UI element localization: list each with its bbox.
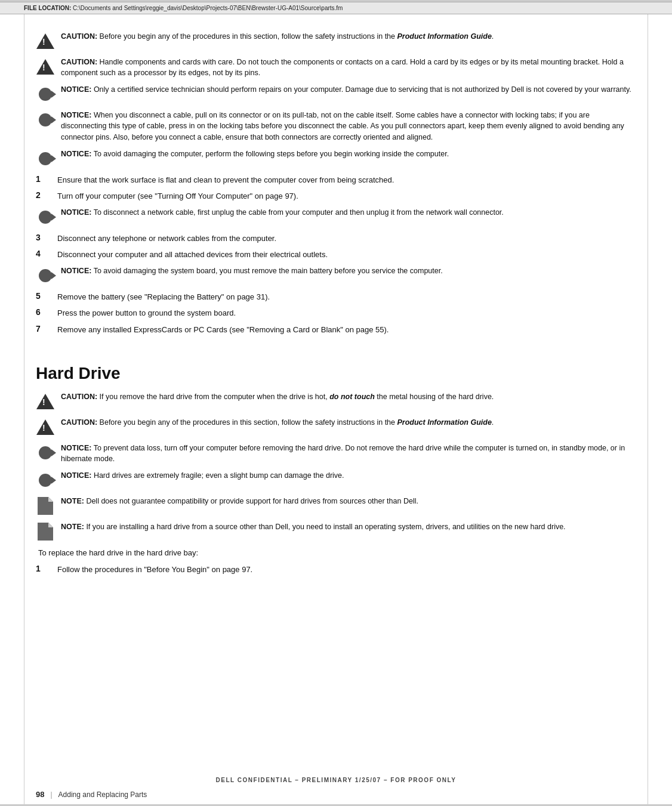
- caution-italic-1: Product Information Guide: [397, 32, 492, 41]
- step-text-4: Disconnect your computer and all attache…: [57, 249, 636, 261]
- hd-notice-text-1: NOTICE: To prevent data loss, turn off y…: [61, 443, 636, 464]
- caution-block-1: ! CAUTION: Before you begin any of the p…: [36, 31, 636, 51]
- step-6: 6 Press the power button to ground the s…: [36, 307, 636, 319]
- step-text-5: Remove the battery (see "Replacing the B…: [57, 291, 636, 303]
- hd-caution-italic-2: Product Information Guide: [397, 418, 492, 427]
- notice-battery-body: To avoid damaging the system board, you …: [94, 267, 443, 275]
- main-content: ! CAUTION: Before you begin any of the p…: [36, 19, 636, 770]
- hd-notice-icon-2: [36, 471, 55, 490]
- page-container: FILE LOCATION: C:\Documents and Settings…: [0, 0, 672, 806]
- notice-label-3: NOTICE:: [61, 150, 91, 158]
- step-num-3: 3: [36, 233, 57, 242]
- hd-caution-suffix-2: .: [492, 418, 494, 427]
- hd-notice-block-2: NOTICE: Hard drives are extremely fragil…: [36, 470, 636, 490]
- step-num-1: 1: [36, 174, 57, 184]
- notice-battery-icon: [36, 266, 55, 285]
- caution-body-1: Before you begin any of the procedures i…: [100, 32, 397, 41]
- right-border: [648, 0, 648, 806]
- notice-body-2: When you disconnect a cable, pull on its…: [61, 111, 624, 141]
- hd-caution-block-1: ! CAUTION: If you remove the hard drive …: [36, 391, 636, 411]
- step-num-6: 6: [36, 307, 57, 317]
- hd-note-label-1: NOTE:: [61, 497, 84, 505]
- hd-note-text-2: NOTE: If you are installing a hard drive…: [61, 521, 636, 532]
- caution-icon-1: !: [36, 32, 55, 51]
- hd-caution-italic-1: do not touch: [329, 393, 375, 401]
- file-location-label: FILE LOCATION:: [24, 5, 71, 11]
- notice-battery-text: NOTICE: To avoid damaging the system boa…: [61, 265, 636, 276]
- step-text-3: Disconnect any telephone or network cabl…: [57, 233, 636, 245]
- hd-caution-label-1: CAUTION:: [61, 393, 97, 401]
- notice-text-1: NOTICE: Only a certified service technic…: [61, 84, 636, 95]
- step-1: 1 Ensure that the work surface is flat a…: [36, 174, 636, 186]
- step-num-4: 4: [36, 249, 57, 258]
- notice-network-label: NOTICE:: [61, 208, 91, 217]
- footer-page: 98 | Adding and Replacing Parts: [36, 790, 147, 799]
- hd-step-1: 1 Follow the procedures in "Before You B…: [36, 564, 636, 576]
- step-7: 7 Remove any installed ExpressCards or P…: [36, 324, 636, 336]
- caution-text-1: CAUTION: Before you begin any of the pro…: [61, 31, 636, 42]
- hd-note-icon-1: [36, 496, 55, 515]
- hd-note-icon-2: [36, 522, 55, 541]
- caution-icon-2: !: [36, 57, 55, 76]
- hd-caution-label-2: CAUTION:: [61, 418, 97, 427]
- notice-label-2: NOTICE:: [61, 111, 91, 119]
- step-4: 4 Disconnect your computer and all attac…: [36, 249, 636, 261]
- svg-marker-5: [48, 523, 53, 527]
- caution-text-2: CAUTION: Handle components and cards wit…: [61, 57, 636, 78]
- step-text-7: Remove any installed ExpressCards or PC …: [57, 324, 636, 336]
- notice-battery-block: NOTICE: To avoid damaging the system boa…: [36, 265, 636, 285]
- notice-label-1: NOTICE:: [61, 85, 91, 94]
- notice-icon-3: [36, 149, 55, 168]
- step-num-2: 2: [36, 190, 57, 200]
- step-text-6: Press the power button to ground the sys…: [57, 307, 636, 319]
- hd-caution-text-1: CAUTION: If you remove the hard drive fr…: [61, 391, 636, 402]
- file-location-path: C:\Documents and Settings\reggie_davis\D…: [73, 5, 343, 11]
- hd-note-body-2: If you are installing a hard drive from …: [86, 523, 565, 531]
- notice-network-text: NOTICE: To disconnect a network cable, f…: [61, 207, 636, 218]
- hd-notice-body-1: To prevent data loss, turn off your comp…: [61, 444, 625, 463]
- hd-caution-block-2: ! CAUTION: Before you begin any of the p…: [36, 417, 636, 437]
- hd-intro-text: To replace the hard drive in the hard dr…: [36, 547, 636, 559]
- hd-note-body-1: Dell does not guarantee compatibility or…: [86, 497, 418, 505]
- step-text-1: Ensure that the work surface is flat and…: [57, 174, 636, 186]
- step-3: 3 Disconnect any telephone or network ca…: [36, 233, 636, 245]
- step-num-5: 5: [36, 291, 57, 301]
- notice-body-3: To avoid damaging the computer, perform …: [94, 150, 449, 158]
- hd-caution-suffix-1: the metal housing of the hard drive.: [375, 393, 494, 401]
- hd-note-block-1: NOTE: Dell does not guarantee compatibil…: [36, 496, 636, 515]
- hd-note-label-2: NOTE:: [61, 523, 84, 531]
- hd-note-text-1: NOTE: Dell does not guarantee compatibil…: [61, 496, 636, 507]
- notice-body-1: Only a certified service technician shou…: [94, 85, 631, 94]
- notice-text-3: NOTICE: To avoid damaging the computer, …: [61, 149, 636, 159]
- notice-block-1: NOTICE: Only a certified service technic…: [36, 84, 636, 104]
- step-num-7: 7: [36, 324, 57, 333]
- hd-caution-body-2: Before you begin any of the procedures i…: [100, 418, 397, 427]
- hd-notice-block-1: NOTICE: To prevent data loss, turn off y…: [36, 443, 636, 464]
- hd-caution-icon-1: !: [36, 392, 55, 411]
- step-text-2: Turn off your computer (see "Turning Off…: [57, 190, 636, 202]
- caution-block-2: ! CAUTION: Handle components and cards w…: [36, 57, 636, 78]
- footer-section: Adding and Replacing Parts: [58, 790, 147, 799]
- hd-note-block-2: NOTE: If you are installing a hard drive…: [36, 521, 636, 541]
- file-location-bar: FILE LOCATION: C:\Documents and Settings…: [0, 2, 672, 14]
- notice-block-3: NOTICE: To avoid damaging the computer, …: [36, 149, 636, 168]
- step-5: 5 Remove the battery (see "Replacing the…: [36, 291, 636, 303]
- notice-network-icon: [36, 208, 55, 227]
- caution-suffix-1: .: [492, 32, 494, 41]
- hd-caution-body-1: If you remove the hard drive from the co…: [100, 393, 330, 401]
- footer-confidential: DELL CONFIDENTIAL – PRELIMINARY 1/25/07 …: [0, 777, 672, 783]
- hd-notice-label-2: NOTICE:: [61, 471, 91, 480]
- caution-body-2: Handle components and cards with care. D…: [61, 58, 624, 77]
- notice-network-block: NOTICE: To disconnect a network cable, f…: [36, 207, 636, 227]
- footer-separator: |: [50, 790, 52, 799]
- hd-caution-icon-2: !: [36, 418, 55, 437]
- hd-caution-text-2: CAUTION: Before you begin any of the pro…: [61, 417, 636, 428]
- notice-text-2: NOTICE: When you disconnect a cable, pul…: [61, 110, 636, 142]
- notice-block-2: NOTICE: When you disconnect a cable, pul…: [36, 110, 636, 142]
- svg-marker-2: [48, 497, 53, 502]
- hd-step-text-1: Follow the procedures in "Before You Beg…: [57, 564, 636, 576]
- hard-drive-heading: Hard Drive: [36, 364, 636, 383]
- hd-notice-body-2: Hard drives are extremely fragile; even …: [94, 471, 344, 480]
- left-border: [24, 0, 24, 806]
- step-2: 2 Turn off your computer (see "Turning O…: [36, 190, 636, 202]
